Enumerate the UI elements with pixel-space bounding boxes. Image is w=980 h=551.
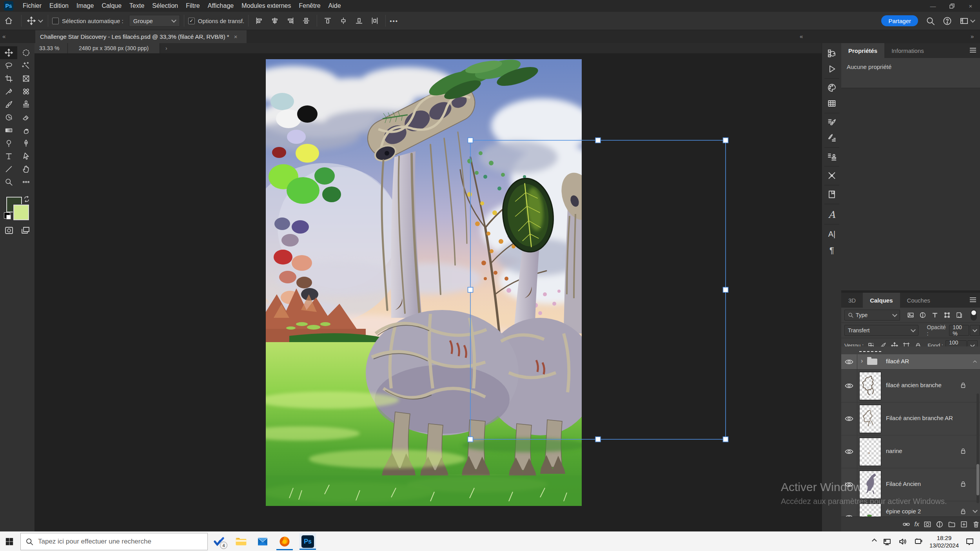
layer-row[interactable]: épine copie 2 [841,501,980,517]
layer-row-group[interactable]: › filacé AR [841,354,980,370]
layer-row[interactable]: filacé ancien branche [841,369,980,402]
layer-row[interactable]: Filacé Ancien [841,468,980,501]
swatches-panel-icon[interactable] [827,99,837,108]
layer-name[interactable]: Filacé Ancien [886,480,921,487]
align-center-vertical-icon[interactable] [270,16,279,25]
layer-thumbnail[interactable] [859,504,881,517]
properties-panel-menu-icon[interactable] [970,48,976,53]
layer-visibility-toggle[interactable] [841,468,857,501]
collapse-toolbar-icon[interactable]: « [2,33,5,40]
canvas-area[interactable]: 33.33 % 2480 px x 3508 px (300 ppp) › [34,43,822,531]
menu-filtre[interactable]: Filtre [182,2,204,9]
layer-visibility-toggle[interactable] [841,435,857,468]
menu-affichage[interactable]: Affichage [204,2,238,9]
filter-type-layers-icon[interactable] [931,312,938,319]
layer-thumbnail[interactable] [859,405,881,433]
align-right-icon[interactable] [286,16,295,25]
more-align-options-button[interactable]: ••• [390,18,398,24]
tool-move[interactable] [0,46,17,59]
network-icon[interactable] [882,537,892,546]
filter-smart-objects-icon[interactable] [956,312,963,319]
layers-panel-menu-icon[interactable] [970,297,976,302]
layer-visibility-toggle[interactable] [841,369,857,402]
todo-app-icon[interactable]: 4 [213,536,225,547]
menu-selection[interactable]: Sélection [148,2,182,9]
taskbar-clock[interactable]: 18:29 13/02/2024 [929,534,959,549]
tool-type[interactable] [0,150,17,163]
workspace-icon[interactable] [960,16,969,25]
brushes-panel-icon[interactable] [827,133,837,143]
tab-informations[interactable]: Informations [884,43,931,58]
tab-proprietes[interactable]: Propriétés [841,43,884,58]
photoshop-taskbar-icon[interactable]: Ps [299,533,316,550]
tool-crop[interactable] [0,72,17,85]
tool-lasso[interactable] [0,59,17,72]
background-color-swatch[interactable] [13,205,29,220]
layer-visibility-toggle[interactable] [841,402,857,435]
distribute-top-icon[interactable] [323,16,332,25]
layer-visibility-toggle[interactable] [841,354,857,369]
layer-thumbnail[interactable] [859,438,881,466]
clone-source-panel-icon[interactable] [827,152,837,161]
tab-calques[interactable]: Calques [863,293,900,308]
transform-bounding-box[interactable] [34,43,822,531]
color-panel-icon[interactable] [827,83,837,92]
minimize-button[interactable]: — [924,0,942,12]
menu-calque[interactable]: Calque [98,2,125,9]
close-button[interactable]: × [961,0,980,12]
delete-layer-icon[interactable] [972,520,980,528]
menu-modules-externes[interactable]: Modules externes [238,2,295,9]
search-icon[interactable] [926,16,935,25]
filter-toggle-switch[interactable] [971,310,977,321]
auto-select-target-dropdown[interactable]: Groupe [129,15,180,27]
layer-visibility-toggle[interactable] [841,501,857,517]
collapse-dock-icon[interactable]: « [800,33,803,40]
layer-thumbnail[interactable] [859,372,881,400]
layer-thumbnail[interactable] [859,471,881,499]
glyphs-panel-icon[interactable]: A [822,209,842,220]
add-layer-mask-icon[interactable] [924,520,931,528]
tool-pen[interactable] [17,137,34,150]
layer-row[interactable]: Filacé ancien branche AR [841,402,980,435]
menu-image[interactable]: Image [73,2,98,9]
group-expand-chevron[interactable]: › [861,357,863,364]
document-tab[interactable]: Challenge Star Discovery - Les filacés.p… [35,30,247,43]
distribute-bottom-icon[interactable] [355,16,363,25]
paragraph-panel-icon[interactable]: ¶ [822,245,842,256]
layer-row-partial[interactable] [841,346,980,355]
layers-scrollbar-thumb[interactable] [976,464,979,495]
align-left-icon[interactable] [255,16,263,25]
new-layer-icon[interactable] [960,520,968,528]
tool-magic-wand[interactable] [17,59,34,72]
brush-settings-panel-icon[interactable] [827,118,837,127]
opacity-field[interactable]: 100 % [949,325,969,336]
new-group-icon[interactable] [948,520,956,528]
filter-shape-layers-icon[interactable] [944,312,951,319]
tool-frame[interactable] [17,72,34,85]
layer-style-icon[interactable]: fx [915,521,919,528]
document-tab-close-icon[interactable]: × [234,33,238,40]
menu-texte[interactable]: Texte [125,2,148,9]
menu-fichier[interactable]: Fichier [19,2,45,9]
distribute-horizontal-icon[interactable] [370,16,379,25]
layer-row[interactable]: narine [841,435,980,468]
filter-adjustment-layers-icon[interactable] [919,312,926,319]
layer-name[interactable]: épine copie 2 [886,508,921,515]
tool-elliptical-marquee[interactable] [17,46,34,59]
layers-scrollbar[interactable] [976,393,979,503]
workspace-chevron-icon[interactable] [970,18,975,23]
touchpad-icon[interactable] [914,537,923,546]
file-explorer-icon[interactable] [235,536,247,547]
blend-mode-dropdown[interactable]: Transfert [844,325,918,336]
tool-brush[interactable] [0,98,17,111]
tool-eyedropper[interactable] [0,85,17,98]
menu-aide[interactable]: Aide [325,2,345,9]
tool-presets-panel-icon[interactable] [827,171,837,180]
tool-eraser[interactable] [17,111,34,124]
tool-dodge[interactable] [0,137,17,150]
transform-options-checkbox[interactable]: ✓ [188,18,195,24]
tray-expand-icon[interactable] [872,538,877,544]
mail-app-icon[interactable] [257,536,269,547]
adjustment-layer-icon[interactable] [936,520,944,528]
tab-couches[interactable]: Couches [900,293,937,308]
